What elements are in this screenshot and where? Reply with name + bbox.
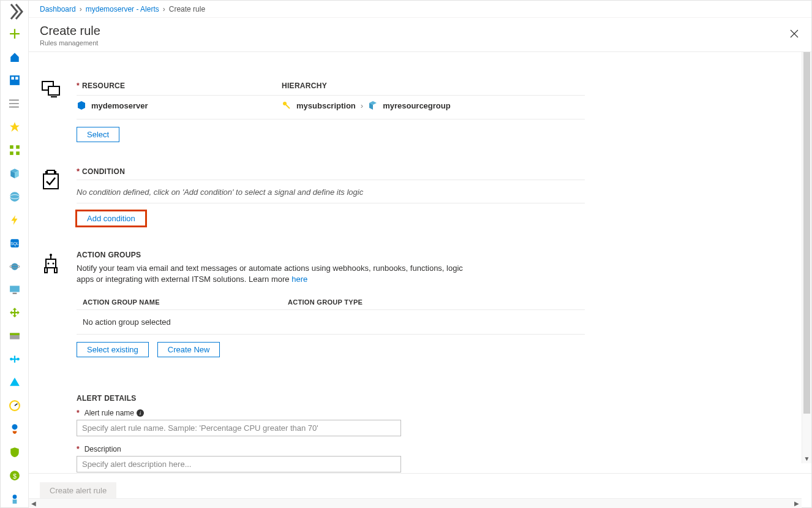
page-title: Create rule [40, 24, 800, 38]
action-groups-heading: ACTION GROUPS [77, 251, 585, 259]
help-support-icon[interactable] [5, 490, 24, 507]
svg-point-21 [17, 358, 20, 361]
sql-databases-icon[interactable]: SQL [5, 235, 24, 252]
security-center-icon[interactable] [5, 444, 24, 461]
info-icon[interactable]: i [137, 409, 144, 417]
advisor-icon[interactable] [5, 420, 24, 438]
create-new-button[interactable]: Create New [157, 342, 220, 357]
add-condition-button[interactable]: Add condition [77, 211, 146, 226]
function-apps-icon[interactable] [5, 211, 24, 229]
chevron-right-icon: › [163, 5, 165, 13]
server-icon [77, 100, 86, 110]
page-header: Create rule Rules management [29, 18, 811, 52]
svg-rect-1 [11, 77, 14, 80]
expand-nav-icon[interactable] [5, 4, 24, 19]
svg-rect-8 [10, 151, 13, 155]
svg-rect-38 [45, 268, 47, 273]
condition-heading: CONDITION [82, 167, 125, 176]
action-groups-icon [40, 251, 77, 277]
home-icon[interactable] [5, 48, 24, 66]
ag-empty-row: No action group selected [77, 310, 585, 335]
svg-point-5 [9, 106, 10, 107]
cosmos-db-icon[interactable] [5, 258, 24, 275]
svg-point-20 [10, 358, 13, 361]
main-panel: Dashboard › mydemoserver - Alerts › Crea… [29, 1, 811, 507]
vertical-scrollbar[interactable]: ▲ ▼ [802, 52, 811, 463]
alert-description-label: Description [85, 445, 121, 453]
storage-accounts-icon[interactable] [5, 327, 24, 344]
svg-point-10 [10, 192, 20, 202]
close-button[interactable] [786, 25, 803, 42]
svg-rect-30 [51, 96, 57, 97]
resourcegroup-value: myresourcegroup [383, 101, 451, 110]
create-resource-icon[interactable] [5, 25, 24, 42]
app-root: SQL $ Dashboard › mydemoserver - Alerts … [0, 0, 812, 508]
svg-text:SQL: SQL [10, 241, 19, 246]
virtual-networks-icon[interactable] [5, 351, 24, 368]
resource-heading: RESOURCE [82, 82, 125, 90]
key-icon [282, 100, 291, 110]
favorites-star-icon[interactable] [5, 118, 24, 135]
virtual-machines-icon[interactable] [5, 281, 24, 298]
resource-groups-icon[interactable] [5, 165, 24, 182]
resource-value: mydemoserver [91, 101, 148, 110]
scroll-thumb[interactable] [803, 52, 810, 414]
left-navbar: SQL $ [1, 1, 29, 507]
learn-more-link[interactable]: here [291, 275, 307, 284]
alert-details-section: ALERT DETAILS *Alert rule name i *Descri… [40, 394, 800, 473]
all-resources-icon[interactable] [5, 142, 24, 159]
svg-rect-19 [10, 333, 20, 335]
alert-description-input[interactable] [77, 456, 401, 472]
scroll-left-icon[interactable]: ◀ [29, 499, 39, 508]
resourcegroup-icon [368, 100, 378, 110]
ag-col-name: ACTION GROUP NAME [77, 298, 282, 306]
svg-text:$: $ [13, 473, 17, 480]
cost-management-icon[interactable]: $ [5, 467, 24, 484]
chevron-right-icon: › [80, 5, 82, 13]
scroll-right-icon[interactable]: ▶ [792, 499, 802, 508]
condition-icon [40, 167, 77, 193]
breadcrumb-alerts[interactable]: mydemoserver - Alerts [86, 5, 159, 13]
resource-icon [40, 77, 77, 103]
subscription-value: mysubscription [296, 101, 356, 110]
condition-section: *CONDITION No condition defined, click o… [40, 167, 800, 226]
svg-rect-33 [46, 259, 56, 268]
alert-name-input[interactable] [77, 420, 401, 436]
svg-point-14 [11, 263, 18, 270]
svg-point-23 [12, 424, 17, 430]
svg-rect-6 [10, 145, 13, 149]
breadcrumb: Dashboard › mydemoserver - Alerts › Crea… [29, 1, 811, 18]
ag-col-type: ACTION GROUP TYPE [282, 298, 487, 306]
condition-empty-text: No condition defined, click on 'Add cond… [77, 180, 585, 203]
svg-rect-2 [15, 77, 18, 80]
svg-rect-27 [12, 499, 17, 504]
load-balancers-icon[interactable] [5, 304, 24, 321]
hierarchy-heading: HIERARCHY [282, 82, 585, 91]
page-subtitle: Rules management [40, 39, 800, 47]
all-services-icon[interactable] [5, 95, 24, 112]
action-groups-section: ACTION GROUPS Notify your team via email… [40, 251, 800, 357]
scroll-down-icon[interactable]: ▼ [802, 453, 811, 463]
resource-section: *RESOURCE mydemoserver HIERARCHY [40, 77, 800, 142]
breadcrumb-current: Create rule [169, 5, 205, 13]
svg-rect-17 [12, 293, 17, 294]
select-existing-button[interactable]: Select existing [77, 342, 149, 357]
svg-rect-29 [48, 86, 59, 95]
svg-rect-39 [55, 268, 57, 273]
monitor-icon[interactable] [5, 397, 24, 414]
dashboard-icon[interactable] [5, 72, 24, 89]
svg-point-26 [12, 495, 17, 499]
svg-rect-9 [16, 151, 20, 155]
alert-details-heading: ALERT DETAILS [77, 394, 585, 403]
content-scroll[interactable]: *RESOURCE mydemoserver HIERARCHY [29, 52, 811, 473]
azure-ad-icon[interactable] [5, 374, 24, 391]
horizontal-scrollbar[interactable]: ◀ ▶ [29, 498, 802, 508]
breadcrumb-dashboard[interactable]: Dashboard [40, 5, 76, 13]
svg-rect-16 [10, 286, 20, 292]
select-resource-button[interactable]: Select [77, 127, 119, 142]
footer: Create alert rule ◀ ▶ [29, 473, 811, 507]
app-services-icon[interactable] [5, 188, 24, 205]
create-alert-rule-button[interactable]: Create alert rule [40, 482, 116, 499]
svg-point-35 [53, 263, 55, 265]
action-groups-description: Notify your team via email and text mess… [77, 263, 468, 285]
